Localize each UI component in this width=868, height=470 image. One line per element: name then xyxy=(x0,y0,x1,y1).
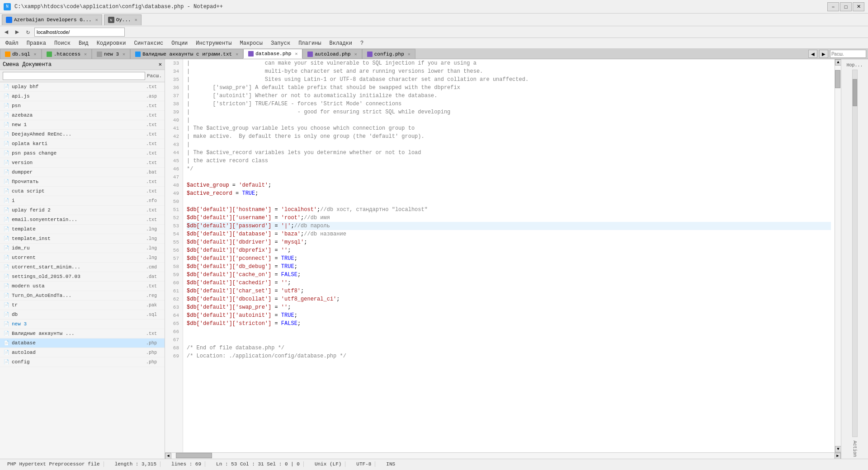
menu-options[interactable]: Опции xyxy=(168,39,191,47)
list-item[interactable]: 📄database.php xyxy=(0,338,165,348)
h-scroll-thumb[interactable] xyxy=(176,453,212,458)
close-fb-tab-icon[interactable]: ✕ xyxy=(95,17,98,23)
tab-config[interactable]: config.php ✕ xyxy=(362,49,415,59)
list-item[interactable]: 📄Валидные аккаунты ....txt xyxy=(0,329,165,338)
tab-autoload[interactable]: autoload.php ✕ xyxy=(302,49,362,59)
close-button[interactable]: ✕ xyxy=(853,2,864,11)
list-item[interactable]: 📄version.txt xyxy=(0,158,165,168)
tab-htaccess-label: .htaccess xyxy=(54,52,80,57)
line-number: 36 xyxy=(169,84,179,92)
close-validate-icon[interactable]: ✕ xyxy=(236,52,238,57)
php-icon: 📄 xyxy=(3,339,10,347)
menu-edit[interactable]: Правка xyxy=(23,39,50,47)
list-item[interactable]: 📄oplata karti.txt xyxy=(0,139,165,149)
list-item[interactable]: 📄psn.txt xyxy=(0,101,165,111)
menu-syntax[interactable]: Синтаксис xyxy=(130,39,167,47)
status-encoding: UTF-8 xyxy=(353,461,375,467)
minimize-button[interactable]: − xyxy=(827,2,839,11)
list-item[interactable]: 📄template_inst.lng xyxy=(0,234,165,244)
scroll-up-button[interactable]: ▲ xyxy=(835,59,841,66)
tab-validate[interactable]: Валидные аккаунты с играми.txt ✕ xyxy=(130,49,243,59)
action-label: Action xyxy=(852,441,857,457)
tab-new3[interactable]: new 3 ✕ xyxy=(92,49,130,59)
list-item[interactable]: 📄tr.pak xyxy=(0,301,165,310)
txt-icon: 📄 xyxy=(3,207,10,214)
tab-database[interactable]: database.php ✕ xyxy=(243,49,302,59)
menu-macros[interactable]: Макросы xyxy=(236,39,266,47)
tab-nav-right-button[interactable]: ▶ xyxy=(819,50,828,58)
close-db-sql-icon[interactable]: ✕ xyxy=(34,52,37,57)
list-item[interactable]: 📄DeejayAhmed ReEnc....txt xyxy=(0,130,165,139)
list-item[interactable]: 📄Turn_On_AutoEndTa....reg xyxy=(0,291,165,301)
vertical-scrollbar[interactable]: ▲ ▼ xyxy=(835,59,841,452)
h-scroll-track[interactable] xyxy=(171,453,835,459)
browser-tab-oy[interactable]: N Oy... ✕ xyxy=(104,14,142,25)
tab-htaccess[interactable]: .htaccess ✕ xyxy=(42,49,92,59)
minimap-thumb[interactable] xyxy=(853,79,857,106)
list-item[interactable]: 📄uplay bhf.txt xyxy=(0,82,165,92)
close-new3-icon[interactable]: ✕ xyxy=(123,52,125,57)
menu-search[interactable]: Поиск xyxy=(51,39,74,47)
code-editor[interactable]: 3334353637383940414243444546474849505152… xyxy=(165,59,835,452)
menu-run[interactable]: Запуск xyxy=(267,39,294,47)
horizontal-scrollbar[interactable]: ◀ ▶ xyxy=(165,452,841,459)
code-line: $db['default']['swap_pre'] = ''; xyxy=(187,303,831,311)
list-item[interactable]: 📄modern usta.txt xyxy=(0,282,165,291)
list-item[interactable]: 📄cuta script.txt xyxy=(0,187,165,196)
list-item[interactable]: 📄template.lng xyxy=(0,225,165,234)
sidebar-minimap[interactable] xyxy=(852,70,858,437)
list-item[interactable]: 📄uplay ferid 2.txt xyxy=(0,206,165,215)
list-item[interactable]: 📄i.nfo xyxy=(0,196,165,206)
list-item[interactable]: 📄config.php xyxy=(0,357,165,367)
file-panel-close-icon[interactable]: ✕ xyxy=(159,61,162,68)
menu-tabs[interactable]: Вкладки xyxy=(326,39,356,47)
line-number: 43 xyxy=(169,141,179,149)
list-item[interactable]: 📄dumpper.bat xyxy=(0,168,165,177)
list-item[interactable]: 📄email.sonyentertain....txt xyxy=(0,215,165,225)
line-number: 61 xyxy=(169,287,179,295)
scroll-thumb[interactable] xyxy=(835,70,840,88)
code-line: | multi-byte character set and are runni… xyxy=(187,67,831,75)
npp-search-input[interactable] xyxy=(830,50,866,58)
list-item[interactable]: 📄new 1.txt xyxy=(0,120,165,130)
tab-nav-left-button[interactable]: ◀ xyxy=(808,50,817,58)
list-item[interactable]: 📄new 3 xyxy=(0,320,165,329)
close-htaccess-icon[interactable]: ✕ xyxy=(84,52,87,57)
list-item[interactable]: 📄psn pass change.txt xyxy=(0,149,165,158)
file-ext: .txt xyxy=(146,331,162,336)
list-item[interactable]: 📄db.sql xyxy=(0,310,165,320)
browser-tab-fb[interactable]: Azerbaijan Developers G... ✕ xyxy=(2,14,102,25)
refresh-button[interactable]: ↻ xyxy=(24,28,33,36)
menu-file[interactable]: Файл xyxy=(2,39,22,47)
list-item[interactable]: 📄settings_old_2015.07.03.dat xyxy=(0,272,165,282)
maximize-button[interactable]: □ xyxy=(840,2,852,11)
scroll-left-button[interactable]: ◀ xyxy=(165,453,171,459)
list-item[interactable]: 📄utorrent_start_minim....cmd xyxy=(0,263,165,272)
menu-encoding[interactable]: Кодировки xyxy=(93,39,130,47)
scroll-right-button[interactable]: ▶ xyxy=(835,453,841,459)
close-oy-tab-icon[interactable]: ✕ xyxy=(135,17,137,23)
list-item[interactable]: 📄idm_ru.lng xyxy=(0,244,165,253)
url-input[interactable] xyxy=(34,28,125,37)
back-button[interactable]: ◀ xyxy=(2,28,11,36)
menu-tools[interactable]: Инструменты xyxy=(192,39,235,47)
file-search-input[interactable] xyxy=(3,72,145,80)
tab-new3-label: new 3 xyxy=(104,52,119,57)
menu-help[interactable]: ? xyxy=(357,39,367,47)
code-line: $db['default']['hostname'] = 'localhost'… xyxy=(187,206,831,214)
list-item[interactable]: 📄azebaza.txt xyxy=(0,111,165,120)
menu-view[interactable]: Вид xyxy=(75,39,92,47)
list-item[interactable]: 📄Прочитать.txt xyxy=(0,177,165,187)
close-database-icon[interactable]: ✕ xyxy=(295,51,297,56)
tab-db-sql[interactable]: db.sql ✕ xyxy=(0,49,42,59)
code-content[interactable]: | can make your site vulnerable to SQL i… xyxy=(183,59,835,452)
close-config-icon[interactable]: ✕ xyxy=(408,52,410,57)
forward-button[interactable]: ▶ xyxy=(13,28,22,36)
list-item[interactable]: 📄utorrent.lng xyxy=(0,253,165,263)
scroll-down-button[interactable]: ▼ xyxy=(835,446,841,452)
list-item[interactable]: 📄autoload.php xyxy=(0,348,165,357)
list-item[interactable]: 📄api.js.asp xyxy=(0,92,165,101)
close-autoload-icon[interactable]: ✕ xyxy=(354,52,357,57)
menu-plugins[interactable]: Плагины xyxy=(295,39,325,47)
scroll-track[interactable] xyxy=(835,66,841,446)
